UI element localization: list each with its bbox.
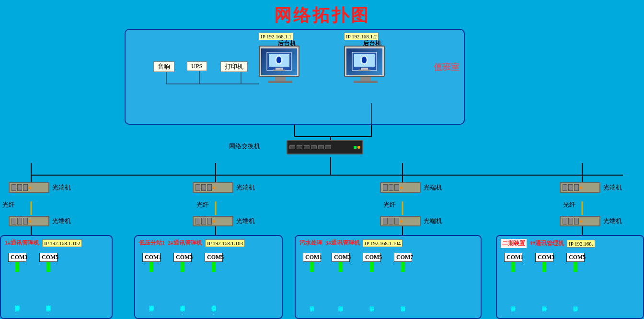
station2-com5: COM5 xyxy=(205,253,223,262)
station1-com3-text: 远程抄表·数据采集 xyxy=(14,272,21,315)
station3-com5: COM5 xyxy=(363,253,381,262)
optical-1-bottom-label: 光端机 xyxy=(52,217,71,225)
station3-com7: COM7 xyxy=(394,253,412,262)
station2-com3: COM3 xyxy=(173,253,192,262)
fiber-label-2: 光纤 xyxy=(196,201,209,209)
station4-ip: IP 192.168. xyxy=(567,240,595,248)
optical-1-bottom: 光端机 xyxy=(9,216,71,226)
station4-com5-text: 远程软件 xyxy=(572,272,579,315)
station3-com3: COM3 xyxy=(332,253,350,262)
station2-section: 低压分站1 xyxy=(139,239,165,247)
svg-point-30 xyxy=(362,57,367,63)
peripheral-printer: 打印机 xyxy=(220,61,248,72)
station3-com7-text: 远程数据 xyxy=(400,272,406,315)
svg-rect-28 xyxy=(358,70,370,71)
station4-section: 二期装置 xyxy=(501,239,527,248)
station1-com3: COM3 xyxy=(8,253,26,262)
station2-com1: COM1 xyxy=(142,253,161,262)
station4-com3-text: 远程控制 xyxy=(541,272,548,315)
network-switch xyxy=(287,140,363,154)
optical-3-bottom: 光端机 xyxy=(380,216,442,226)
optical-2-bottom-label: 光端机 xyxy=(236,217,255,225)
station4-com5: COM5 xyxy=(566,253,585,262)
station-box-2: 低压分站1 2#通讯管理机 IP 192.168.1.103 COM1 远程抄表… xyxy=(134,235,283,319)
station4-com3: COM3 xyxy=(535,253,553,262)
station3-ip: IP 192.168.1.104 xyxy=(363,239,402,247)
optical-4-bottom-label: 光端机 xyxy=(603,217,622,225)
svg-rect-27 xyxy=(361,68,368,70)
station2-ip: IP 192.168.1.103 xyxy=(205,239,245,247)
svg-rect-21 xyxy=(276,68,283,70)
station3-section: 污水处理 xyxy=(299,239,322,247)
station1-com5-text: 远程控制·数据采集 xyxy=(45,272,52,315)
optical-1-top: 光端机 xyxy=(9,182,71,193)
peripheral-speaker: 音响 xyxy=(153,61,174,72)
optical-1-top-label: 光端机 xyxy=(52,183,71,192)
optical-2-top: 光端机 xyxy=(193,182,255,193)
switch-label: 网络交换机 xyxy=(229,142,260,151)
station4-comm-label: 4#通讯管理机 xyxy=(529,239,564,248)
page-title: 网络拓扑图 xyxy=(0,0,644,27)
optical-3-top: 光端机 xyxy=(380,182,442,193)
optical-3-top-label: 光端机 xyxy=(424,183,442,192)
station-box-1: 1#通讯管理机 IP 192.168.1.102 COM3 远程抄表·数据采集 … xyxy=(0,235,113,319)
station2-com5-text: 远程软件·数据 xyxy=(210,272,217,315)
optical-4-bottom: 光端机 xyxy=(560,216,622,226)
station4-com1: COM1 xyxy=(504,253,522,262)
pc2-computer xyxy=(344,46,387,91)
station2-com1-text: 远程抄表·数据 xyxy=(148,272,155,315)
station3-com1: COM1 xyxy=(303,253,321,262)
station4-com1-text: 远程抄表 xyxy=(510,272,517,315)
optical-4-top-label: 光端机 xyxy=(603,183,622,192)
optical-4-top: 光端机 xyxy=(560,182,622,193)
station1-ip: IP 192.168.1.102 xyxy=(42,239,82,247)
svg-point-24 xyxy=(276,57,281,63)
station2-comm-label: 2#通讯管理机 xyxy=(168,239,202,247)
station3-com5-text: 远程软件 xyxy=(368,272,375,315)
peripheral-ups: UPS xyxy=(187,61,207,71)
pc1-computer xyxy=(259,46,302,91)
fiber-label-1: 光纤 xyxy=(2,201,15,209)
optical-2-bottom: 光端机 xyxy=(193,216,255,226)
fiber-label-3: 光纤 xyxy=(383,201,396,209)
station3-com3-text: 远程控制 xyxy=(337,272,344,315)
station1-comm-label: 1#通讯管理机 xyxy=(5,239,39,247)
optical-2-top-label: 光端机 xyxy=(236,183,255,192)
fiber-label-4: 光纤 xyxy=(563,201,575,209)
station1-com5: COM5 xyxy=(39,253,58,262)
svg-rect-22 xyxy=(273,70,285,71)
station3-com1-text: 远程抄表 xyxy=(309,272,315,315)
station3-comm-label: 3#通讯管理机 xyxy=(325,239,360,247)
station2-com3-text: 远程控制·数据 xyxy=(179,272,186,315)
optical-3-bottom-label: 光端机 xyxy=(424,217,442,225)
station-box-3: 污水处理 3#通讯管理机 IP 192.168.1.104 COM1 远程抄表 … xyxy=(295,235,482,319)
station-box-4: 二期装置 4#通讯管理机 IP 192.168. COM1 远程抄表 COM3 … xyxy=(496,235,644,319)
